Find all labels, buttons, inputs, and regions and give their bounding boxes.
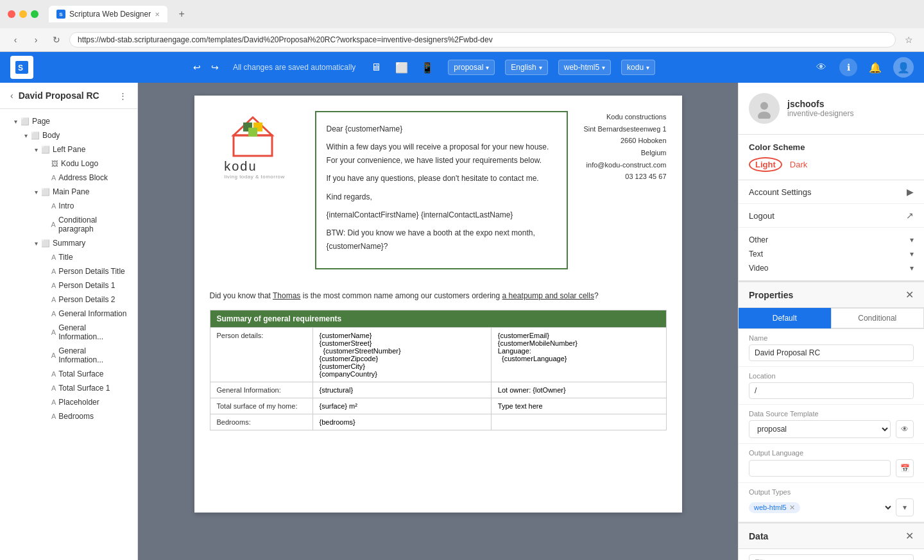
bookmark-button[interactable]: ☆ [901, 32, 916, 47]
company-phone: 03 123 45 67 [583, 171, 667, 183]
text-icon-intro: A [51, 202, 56, 210]
data-source-select[interactable]: proposal [749, 420, 891, 438]
location-input[interactable] [749, 382, 914, 399]
browser-tab[interactable]: S Scriptura Web Designer ✕ [49, 6, 167, 22]
toolbar-right: 👁 ℹ 🔔 👤 [811, 57, 914, 78]
sidebar-item-summary[interactable]: ▾ ⬜ Summary [0, 236, 137, 250]
close-window-button[interactable] [8, 10, 15, 18]
sidebar-item-general-information-3[interactable]: A General Information... [0, 344, 137, 367]
text-dropdown-row[interactable]: Text ▾ [749, 247, 914, 261]
letter-body-1: Within a few days you will receive a pro… [327, 140, 556, 167]
language-dropdown-arrow: ▾ [539, 64, 542, 71]
sidebar-item-left-pane[interactable]: ▾ ⬜ Left Pane [0, 142, 137, 157]
summary-table: Summary of general requirements Person d… [210, 310, 667, 430]
tablet-view-button[interactable]: ⬜ [391, 57, 412, 78]
data-source-eye-button[interactable]: 👁 [896, 420, 914, 438]
table-row-person: Person details: {customerName} {customer… [210, 328, 666, 382]
output-tag-remove-button[interactable]: ✕ [789, 504, 795, 512]
data-close-button[interactable]: ✕ [905, 530, 914, 542]
logo-button[interactable]: S [10, 56, 33, 79]
output-types-select[interactable] [803, 502, 893, 513]
output-language-calendar-button[interactable]: 📅 [896, 459, 914, 477]
company-street: Sint Bernardsesteenweg 1 [583, 123, 667, 135]
location-field-group: Location [739, 367, 924, 405]
general-col3: Lot owner: {lotOwner} [491, 382, 666, 398]
doc-letter[interactable]: Dear {customerName} Within a few days yo… [315, 111, 568, 269]
logout-item[interactable]: Logout ↗ [739, 204, 924, 228]
sidebar-item-title[interactable]: A Title [0, 250, 137, 264]
notification-button[interactable]: 🔔 [865, 57, 886, 78]
address-input[interactable] [69, 32, 896, 47]
sidebar-item-person-details-1[interactable]: A Person Details 1 [0, 278, 137, 293]
undo-button[interactable]: ↩ [189, 60, 205, 75]
account-settings-item[interactable]: Account Settings ▶ [739, 180, 924, 204]
sidebar-tree: ▾ ⬜ Page ▾ ⬜ Body ▾ ⬜ Left Pane 🖼 Kodu L… [0, 109, 137, 560]
scriptura-logo-icon: S [15, 61, 28, 74]
new-tab-button[interactable]: + [173, 5, 191, 23]
sidebar-item-main-pane[interactable]: ▾ ⬜ Main Pane [0, 185, 137, 199]
name-input[interactable] [749, 344, 914, 361]
data-source-row: proposal 👁 [749, 420, 914, 438]
proposal-dropdown[interactable]: proposal ▾ [448, 60, 495, 75]
sidebar-back-button[interactable]: ‹ [10, 90, 13, 101]
mobile-view-button[interactable]: 📱 [417, 57, 438, 78]
kodu-logo-area: kodu living today & tomorrow [210, 111, 300, 269]
sidebar-item-person-details-2[interactable]: A Person Details 2 [0, 293, 137, 307]
sidebar-item-person-details-title[interactable]: A Person Details Title [0, 264, 137, 278]
color-light-option[interactable]: Light [749, 157, 782, 172]
back-button[interactable]: ‹ [8, 32, 23, 47]
sidebar-item-page[interactable]: ▾ ⬜ Page [0, 114, 137, 128]
sidebar-item-conditional-paragraph[interactable]: A Conditional paragraph [0, 213, 137, 236]
filter-input[interactable] [749, 554, 914, 560]
properties-close-button[interactable]: ✕ [905, 289, 914, 301]
user-menu-button[interactable]: 👤 [893, 57, 914, 78]
sidebar-item-total-surface[interactable]: A Total Surface [0, 367, 137, 381]
browser-addressbar: ‹ › ↻ ☆ [0, 28, 924, 51]
color-scheme-title: Color Scheme [749, 142, 914, 152]
output-language-input[interactable] [749, 460, 891, 477]
sidebar-item-kodu-logo[interactable]: 🖼 Kodu Logo [0, 157, 137, 171]
sidebar-item-body[interactable]: ▾ ⬜ Body [0, 128, 137, 142]
proposal-dropdown-arrow: ▾ [486, 64, 489, 71]
forward-button[interactable]: › [28, 32, 44, 47]
redo-button[interactable]: ↪ [207, 60, 223, 75]
sidebar-menu-button[interactable]: ⋮ [119, 91, 127, 101]
sidebar-item-address-block[interactable]: A Address Block [0, 171, 137, 185]
language-dropdown[interactable]: English ▾ [505, 60, 547, 75]
maximize-window-button[interactable] [31, 10, 38, 18]
sidebar-item-general-information-2[interactable]: A General Information... [0, 321, 137, 344]
sidebar-item-total-surface-1[interactable]: A Total Surface 1 [0, 381, 137, 395]
minimize-window-button[interactable] [19, 10, 27, 18]
right-panel: jschoofs inventive-designers Color Schem… [738, 83, 924, 560]
text-icon-pdt: A [51, 267, 56, 275]
output-types-dropdown-button[interactable]: ▾ [896, 498, 914, 516]
sidebar-item-placeholder[interactable]: A Placeholder [0, 395, 137, 409]
left-sidebar: ‹ David Proposal RC ⋮ ▾ ⬜ Page ▾ ⬜ Body … [0, 83, 138, 560]
bedrooms-col2: {bedrooms} [312, 414, 491, 430]
tab-close-button[interactable]: ✕ [155, 11, 160, 18]
undo-redo-group: ↩ ↪ [189, 60, 223, 75]
general-label: General Information: [210, 382, 312, 398]
user-org: inventive-designers [787, 109, 853, 118]
person-col2: {customerName} {customerStreet} {custome… [312, 328, 491, 382]
video-dropdown-row[interactable]: Video ▾ [749, 261, 914, 275]
tab-conditional[interactable]: Conditional [831, 308, 925, 328]
color-dark-option[interactable]: Dark [790, 160, 807, 169]
location-label: Location [749, 372, 914, 380]
text-icon-ph: A [51, 398, 56, 406]
desktop-view-button[interactable]: 🖥 [366, 57, 386, 78]
info-button[interactable]: ℹ [839, 58, 857, 76]
workspace-dropdown[interactable]: kodu ▾ [621, 60, 655, 75]
doc-body-para: Did you know that Thomas is the most com… [210, 290, 667, 302]
tab-default[interactable]: Default [739, 308, 831, 328]
preview-button[interactable]: 👁 [811, 57, 832, 78]
output-dropdown[interactable]: web-html5 ▾ [558, 60, 611, 75]
svg-text:S: S [18, 64, 23, 72]
sidebar-item-bedrooms[interactable]: A Bedrooms [0, 409, 137, 423]
other-dropdown-row[interactable]: Other ▾ [749, 233, 914, 247]
address-block: Kodu constructions Sint Bernardsesteenwe… [583, 111, 667, 269]
sidebar-item-general-information[interactable]: A General Information [0, 307, 137, 321]
text-dropdown-arrow: ▾ [910, 250, 914, 259]
reload-button[interactable]: ↻ [49, 32, 64, 47]
sidebar-item-intro[interactable]: A Intro [0, 199, 137, 213]
